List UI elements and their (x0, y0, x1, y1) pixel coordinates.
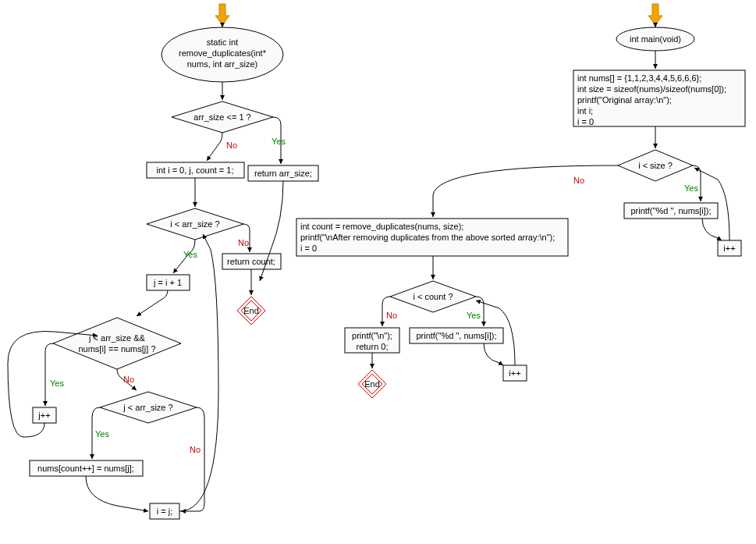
return-count: return count; (222, 254, 281, 269)
svg-marker-20 (53, 318, 181, 369)
main-init-block: int nums[] = {1,1,2,3,4,4,5,6,6,6}; int … (573, 70, 745, 126)
svg-text:static int: static int (207, 37, 238, 47)
cond-j-lt-arrsize: j < arr_size ? (100, 392, 197, 423)
svg-text:j < arr_size ?: j < arr_size ? (122, 403, 172, 412)
svg-text:arr_size <= 1 ?: arr_size <= 1 ? (193, 112, 250, 122)
svg-text:Yes: Yes (95, 429, 109, 439)
svg-text:j < arr_size &&: j < arr_size && (88, 333, 145, 343)
end-right: End (358, 370, 386, 398)
svg-text:int main(void): int main(void) (630, 34, 681, 44)
svg-text:int size = sizeof(nums)/sizeof: int size = sizeof(nums)/sizeof(nums[0]); (577, 84, 726, 94)
svg-text:Yes: Yes (467, 311, 481, 320)
svg-text:nums[i] == nums[j] ?: nums[i] == nums[j] ? (78, 344, 155, 354)
svg-text:Yes: Yes (684, 183, 698, 193)
svg-text:i = j;: i = j; (157, 507, 172, 516)
j-increment: j++ (33, 407, 56, 423)
svg-text:Yes: Yes (272, 137, 286, 146)
svg-text:No: No (238, 238, 249, 247)
svg-text:i++: i++ (509, 368, 520, 378)
svg-text:Yes: Yes (183, 250, 197, 259)
cond-i-lt-count: i < count ? (390, 281, 476, 312)
svg-text:No: No (386, 311, 397, 320)
final-return-block: printf("\n"); return 0; (345, 328, 399, 353)
printf-num-1: printf("%d ", nums[i]); (624, 203, 718, 219)
svg-text:int i;: int i; (577, 106, 593, 116)
start-marker-right (648, 4, 662, 25)
svg-text:i++: i++ (723, 244, 735, 253)
assign-count: nums[count++] = nums[j]; (30, 460, 143, 476)
svg-text:i < size ?: i < size ? (638, 161, 673, 170)
svg-text:return arr_size;: return arr_size; (254, 169, 312, 178)
cond-arrsize: arr_size <= 1 ? (172, 101, 273, 133)
main-signature-node: int main(void) (616, 27, 694, 51)
function-signature-node: static int remove_duplicates(int* nums, … (161, 27, 283, 82)
svg-text:End: End (243, 306, 259, 315)
svg-text:printf("\n");: printf("\n"); (352, 331, 392, 340)
flowchart-diagram: static int remove_duplicates(int* nums, … (0, 0, 756, 544)
svg-text:No: No (226, 140, 237, 150)
svg-text:No: No (573, 176, 584, 185)
svg-text:End: End (364, 379, 380, 389)
j-assign: j = i + 1 (147, 275, 190, 290)
svg-text:i < count ?: i < count ? (413, 292, 453, 301)
svg-text:printf("%d ", nums[i]);: printf("%d ", nums[i]); (416, 331, 496, 340)
svg-text:printf("\nAfter removing dupli: printf("\nAfter removing duplicates from… (300, 233, 555, 242)
svg-text:int count = remove_duplicates(: int count = remove_duplicates(nums, size… (300, 222, 463, 231)
svg-text:i = 0: i = 0 (300, 244, 317, 253)
printf-num-2: printf("%d ", nums[i]); (410, 328, 503, 343)
svg-text:remove_duplicates(int*: remove_duplicates(int* (179, 48, 267, 58)
svg-text:No: No (190, 445, 201, 454)
i-increment-2: i++ (503, 365, 527, 381)
start-marker-left (215, 4, 229, 25)
call-remove-dup-block: int count = remove_duplicates(nums, size… (296, 219, 568, 256)
return-arrsize: return arr_size; (248, 165, 318, 181)
svg-text:return 0;: return 0; (357, 342, 389, 351)
svg-text:i = 0: i = 0 (577, 117, 594, 126)
svg-text:nums, int arr_size): nums, int arr_size) (187, 59, 257, 69)
svg-text:No: No (123, 375, 134, 384)
svg-text:j = i + 1: j = i + 1 (153, 278, 182, 287)
svg-text:Yes: Yes (50, 379, 64, 388)
cond-i-lt-size: i < size ? (618, 150, 693, 181)
svg-text:nums[count++] = nums[j];: nums[count++] = nums[j]; (37, 464, 134, 473)
svg-text:j++: j++ (37, 411, 50, 420)
i-assign-j: i = j; (150, 503, 179, 519)
svg-text:int nums[] = {1,1,2,3,4,4,5,6,: int nums[] = {1,1,2,3,4,4,5,6,6,6}; (577, 73, 701, 83)
init-vars: int i = 0, j, count = 1; (147, 162, 244, 178)
end-left: End (237, 297, 265, 325)
cond-j-and-equal: j < arr_size && nums[i] == nums[j] ? (53, 318, 181, 369)
svg-text:printf("%d ", nums[i]);: printf("%d ", nums[i]); (630, 206, 711, 215)
svg-text:int i = 0, j, count = 1;: int i = 0, j, count = 1; (156, 165, 233, 175)
cond-i-lt-arrsize: i < arr_size ? (147, 208, 243, 240)
svg-text:printf("Original array:\n");: printf("Original array:\n"); (577, 95, 672, 105)
i-increment-1: i++ (718, 240, 741, 256)
svg-text:i < arr_size ?: i < arr_size ? (170, 219, 219, 229)
